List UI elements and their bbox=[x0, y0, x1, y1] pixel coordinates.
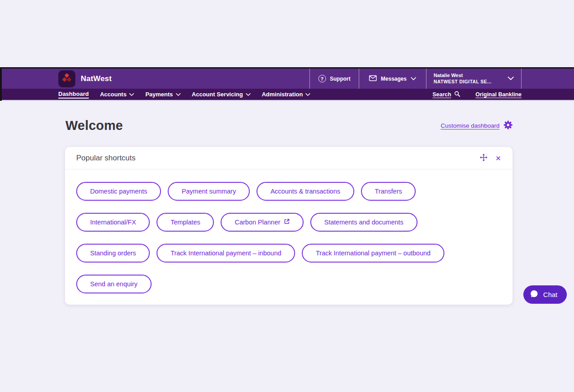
card-title: Popular shortcuts bbox=[76, 154, 135, 163]
card-header: Popular shortcuts × bbox=[65, 147, 513, 169]
close-icon: × bbox=[496, 154, 501, 163]
screen-edge-artifact bbox=[0, 67, 2, 101]
main-nav-bar: Dashboard Accounts Payments Account Serv… bbox=[0, 89, 574, 101]
header-actions: ? Support Messages Natalie West bbox=[309, 69, 522, 89]
support-button[interactable]: ? Support bbox=[309, 69, 359, 89]
shortcut-statements-documents[interactable]: Statements and documents bbox=[310, 213, 417, 232]
shortcut-international-fx[interactable]: International/FX bbox=[76, 213, 150, 232]
shortcuts-row-1: Domestic payments Payment summary Accoun… bbox=[76, 182, 501, 201]
nav-item-payments[interactable]: Payments bbox=[145, 91, 180, 98]
nav-item-accounts[interactable]: Accounts bbox=[100, 91, 134, 98]
nav-item-dashboard[interactable]: Dashboard bbox=[58, 90, 89, 99]
chevron-down-icon bbox=[129, 91, 134, 98]
external-link-icon bbox=[284, 219, 290, 226]
chat-button[interactable]: Chat bbox=[523, 285, 567, 304]
shortcut-standing-orders[interactable]: Standing orders bbox=[76, 244, 150, 263]
shortcuts-list: Domestic payments Payment summary Accoun… bbox=[65, 169, 513, 305]
envelope-icon bbox=[369, 75, 377, 82]
chevron-down-icon bbox=[176, 91, 181, 98]
user-name: Natalie West bbox=[434, 73, 491, 79]
shortcuts-row-3: Standing orders Track International paym… bbox=[76, 244, 501, 263]
natwest-logo-icon bbox=[58, 70, 75, 87]
nav-utilities: Search Original Bankline bbox=[432, 91, 522, 98]
nav-item-administration[interactable]: Administration bbox=[262, 91, 311, 98]
move-icon bbox=[480, 154, 487, 163]
support-label: Support bbox=[330, 76, 351, 82]
card-actions: × bbox=[480, 154, 501, 163]
user-identity: Natalie West NATWEST DIGITAL SE... bbox=[434, 73, 491, 85]
help-icon: ? bbox=[318, 75, 326, 82]
page-title: Welcome bbox=[65, 118, 123, 133]
messages-menu-button[interactable]: Messages bbox=[359, 69, 426, 89]
popular-shortcuts-card: Popular shortcuts × D bbox=[65, 147, 513, 305]
brand: NatWest bbox=[58, 69, 112, 89]
messages-label: Messages bbox=[381, 76, 406, 82]
shortcuts-row-4: Send an enquiry bbox=[76, 275, 501, 293]
bankline-dashboard-screen: NatWest ? Support Messages bbox=[0, 0, 574, 392]
shortcut-domestic-payments[interactable]: Domestic payments bbox=[76, 182, 161, 201]
chevron-down-icon bbox=[411, 76, 416, 82]
shortcut-payment-summary[interactable]: Payment summary bbox=[168, 182, 250, 201]
welcome-row: Welcome Customise dashboard bbox=[65, 118, 513, 133]
shortcut-accounts-transactions[interactable]: Accounts & transactions bbox=[257, 182, 354, 201]
search-link[interactable]: Search bbox=[432, 91, 460, 98]
shortcut-track-international-inbound[interactable]: Track International payment – inbound bbox=[157, 244, 295, 263]
move-widget-button[interactable] bbox=[480, 154, 487, 163]
chevron-down-icon bbox=[305, 91, 310, 98]
shortcuts-row-2: International/FX Templates Carbon Planne… bbox=[76, 213, 501, 232]
brand-name: NatWest bbox=[81, 74, 112, 83]
chat-label: Chat bbox=[543, 291, 557, 298]
chat-bubble-icon bbox=[529, 289, 539, 300]
nav-item-account-servicing[interactable]: Account Servicing bbox=[192, 91, 251, 98]
shortcut-track-international-outbound[interactable]: Track International payment – outbound bbox=[302, 244, 444, 263]
original-bankline-link[interactable]: Original Bankline bbox=[475, 91, 522, 98]
chevron-down-icon bbox=[508, 76, 514, 82]
shortcut-carbon-planner[interactable]: Carbon Planner bbox=[221, 213, 304, 232]
close-widget-button[interactable]: × bbox=[496, 154, 501, 163]
shortcut-transfers[interactable]: Transfers bbox=[361, 182, 416, 201]
customise-dashboard-link[interactable]: Customise dashboard bbox=[441, 121, 513, 131]
nav-items: Dashboard Accounts Payments Account Serv… bbox=[58, 90, 310, 99]
user-menu-button[interactable]: Natalie West NATWEST DIGITAL SE... bbox=[426, 69, 522, 89]
shortcut-send-enquiry[interactable]: Send an enquiry bbox=[76, 275, 152, 293]
top-header-bar: NatWest ? Support Messages bbox=[0, 67, 574, 89]
user-organisation: NATWEST DIGITAL SE... bbox=[434, 79, 491, 85]
chevron-down-icon bbox=[246, 91, 251, 98]
search-icon bbox=[454, 91, 460, 98]
shortcut-templates[interactable]: Templates bbox=[157, 213, 214, 232]
gear-icon bbox=[504, 121, 513, 131]
